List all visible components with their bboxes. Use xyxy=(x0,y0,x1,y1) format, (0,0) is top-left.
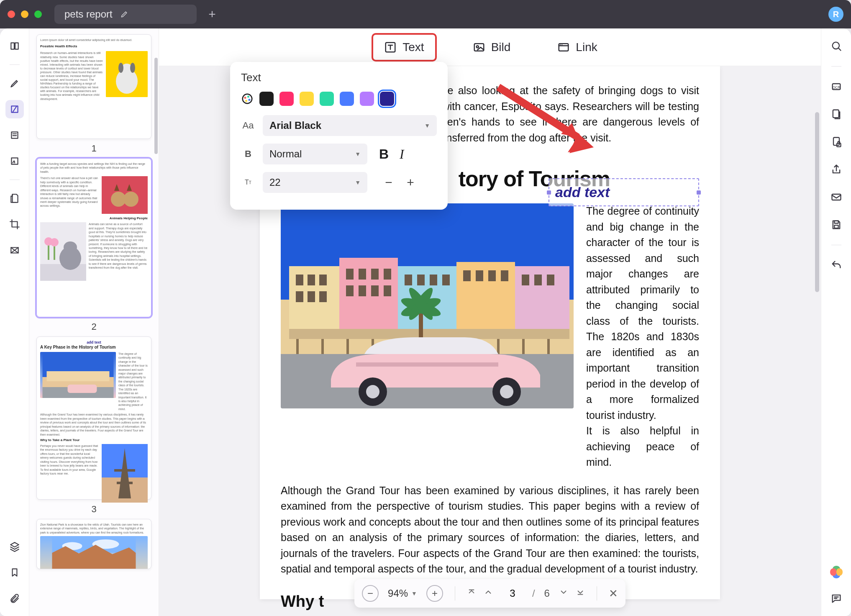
color-picker-icon[interactable] xyxy=(241,92,254,105)
svg-rect-53 xyxy=(346,269,354,280)
zoom-out-button[interactable]: − xyxy=(362,585,379,602)
thumbnail-page-4[interactable]: Zion National Park is a showcase to the … xyxy=(36,519,151,569)
svg-point-83 xyxy=(243,94,252,104)
color-swatch-purple[interactable] xyxy=(360,92,374,106)
svg-rect-55 xyxy=(371,269,379,280)
svg-rect-61 xyxy=(405,275,412,285)
svg-point-28 xyxy=(476,46,478,48)
font-weight-select[interactable]: Normal▼ xyxy=(263,144,367,164)
thumbnail-image xyxy=(40,352,116,398)
close-window-button[interactable] xyxy=(8,10,15,18)
first-page-button[interactable] xyxy=(467,588,476,599)
font-family-icon: Aa xyxy=(241,120,255,131)
increase-size-button[interactable]: + xyxy=(401,173,420,192)
resize-handle-left[interactable] xyxy=(547,190,551,195)
insert-text-label: Text xyxy=(402,41,424,54)
zoom-select[interactable]: 94%▼ xyxy=(388,588,417,599)
thumbnail-heading: A Key Phase in the History of Tourism xyxy=(40,345,148,350)
svg-rect-95 xyxy=(834,221,838,223)
protect-button[interactable] xyxy=(827,133,846,151)
svg-rect-47 xyxy=(296,275,303,285)
last-page-button[interactable] xyxy=(576,588,585,599)
bold-button[interactable]: B xyxy=(379,146,389,162)
decrease-size-button[interactable]: − xyxy=(379,173,398,192)
search-button[interactable] xyxy=(827,37,846,55)
mail-button[interactable] xyxy=(827,188,846,206)
text-format-popover: Text Aa Arial Black▼ B Norm xyxy=(230,62,448,210)
bookmark-button[interactable] xyxy=(5,563,24,582)
color-swatch-yellow[interactable] xyxy=(300,92,314,106)
svg-point-7 xyxy=(123,192,138,207)
svg-rect-62 xyxy=(417,275,425,285)
svg-point-84 xyxy=(244,97,246,99)
thumbnail-number: 2 xyxy=(91,321,96,332)
share-button[interactable] xyxy=(827,160,846,179)
svg-rect-58 xyxy=(359,285,366,296)
thumbnail-page-2[interactable]: With a funding target across species and… xyxy=(36,158,151,317)
thumbnail-number: 1 xyxy=(91,143,96,154)
thumbnail-page-1[interactable]: Lorem ipsum dolor sit amet consectetur a… xyxy=(36,34,151,139)
document-scrollbar[interactable] xyxy=(815,112,819,292)
svg-rect-5 xyxy=(102,176,148,214)
undo-button[interactable] xyxy=(827,256,846,275)
next-page-button[interactable] xyxy=(559,588,568,599)
svg-point-80 xyxy=(366,385,379,398)
page-total: 6 xyxy=(544,588,550,599)
form-button[interactable] xyxy=(5,126,24,144)
minimize-window-button[interactable] xyxy=(21,10,28,18)
convert-button[interactable] xyxy=(827,105,846,123)
save-button[interactable] xyxy=(827,216,846,234)
avatar[interactable]: R xyxy=(828,7,843,22)
close-bar-button[interactable]: ✕ xyxy=(609,587,618,600)
attachment-button[interactable] xyxy=(5,589,24,608)
comments-button[interactable] xyxy=(827,589,846,608)
prev-page-button[interactable] xyxy=(484,588,493,599)
color-swatch-teal[interactable] xyxy=(320,92,334,106)
svg-rect-71 xyxy=(547,275,554,285)
font-size-select[interactable]: 22▼ xyxy=(263,172,367,193)
pages-button[interactable] xyxy=(5,189,24,208)
link-icon xyxy=(557,41,570,54)
edit-text-button[interactable] xyxy=(5,100,24,118)
reader-mode-button[interactable] xyxy=(5,37,24,55)
insert-text-button[interactable]: Text xyxy=(372,33,436,62)
titlebar: pets report + R xyxy=(0,0,851,28)
insert-image-button[interactable]: Bild xyxy=(462,35,522,60)
sign-button[interactable] xyxy=(5,152,24,170)
maximize-window-button[interactable] xyxy=(34,10,42,18)
insert-link-button[interactable]: Link xyxy=(546,35,608,60)
color-swatch-pink[interactable] xyxy=(279,92,294,106)
article-hero-image xyxy=(281,203,574,408)
font-family-select[interactable]: Arial Black▼ xyxy=(263,115,437,136)
document-tab[interactable]: pets report xyxy=(54,5,197,24)
svg-point-30 xyxy=(560,44,561,45)
highlighter-button[interactable] xyxy=(5,74,24,92)
svg-rect-56 xyxy=(384,269,391,280)
app-logo-icon[interactable] xyxy=(828,564,844,580)
svg-point-13 xyxy=(50,238,59,246)
color-swatch-row xyxy=(241,92,437,106)
svg-rect-68 xyxy=(501,270,508,281)
color-swatch-navy[interactable] xyxy=(380,92,394,106)
thumbnail-image xyxy=(102,444,148,503)
inserted-text-box[interactable]: add text xyxy=(549,178,699,206)
new-tab-button[interactable]: + xyxy=(202,5,222,24)
svg-rect-52 xyxy=(319,291,327,302)
color-swatch-black[interactable] xyxy=(259,92,274,106)
svg-rect-17 xyxy=(47,371,110,381)
zoom-in-button[interactable]: + xyxy=(426,585,443,602)
redact-button[interactable] xyxy=(5,241,24,259)
italic-button[interactable]: I xyxy=(400,146,404,162)
resize-handle-right[interactable] xyxy=(697,190,701,195)
svg-rect-49 xyxy=(319,275,327,285)
thumbnail-scrollbar[interactable] xyxy=(154,58,158,154)
svg-rect-70 xyxy=(534,275,542,285)
tab-title: pets report xyxy=(64,8,113,20)
ocr-button[interactable]: OCR xyxy=(827,77,846,96)
page-number-input[interactable] xyxy=(502,587,523,600)
layers-button[interactable] xyxy=(5,537,24,556)
rename-tab-icon[interactable] xyxy=(120,10,128,18)
crop-button[interactable] xyxy=(5,215,24,234)
thumbnail-page-3[interactable]: add text A Key Phase in the History of T… xyxy=(36,336,151,500)
color-swatch-blue[interactable] xyxy=(340,92,354,106)
